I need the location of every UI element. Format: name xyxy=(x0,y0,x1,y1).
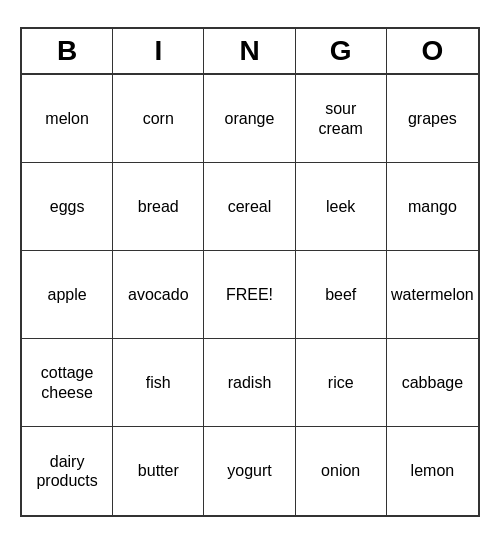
bingo-grid: meloncornorangesour creamgrapeseggsbread… xyxy=(22,75,478,515)
bingo-cell: avocado xyxy=(113,251,204,339)
bingo-cell: leek xyxy=(296,163,387,251)
bingo-cell: sour cream xyxy=(296,75,387,163)
bingo-cell: onion xyxy=(296,427,387,515)
bingo-cell: yogurt xyxy=(204,427,295,515)
bingo-cell: beef xyxy=(296,251,387,339)
bingo-cell: cereal xyxy=(204,163,295,251)
bingo-cell: mango xyxy=(387,163,478,251)
bingo-cell: orange xyxy=(204,75,295,163)
bingo-header: BINGO xyxy=(22,29,478,75)
bingo-card: BINGO meloncornorangesour creamgrapesegg… xyxy=(20,27,480,517)
header-letter: I xyxy=(113,29,204,73)
bingo-cell: rice xyxy=(296,339,387,427)
bingo-cell: cottage cheese xyxy=(22,339,113,427)
bingo-cell: melon xyxy=(22,75,113,163)
bingo-cell: corn xyxy=(113,75,204,163)
bingo-cell: apple xyxy=(22,251,113,339)
bingo-cell: dairy products xyxy=(22,427,113,515)
header-letter: G xyxy=(296,29,387,73)
bingo-cell: watermelon xyxy=(387,251,478,339)
header-letter: O xyxy=(387,29,478,73)
bingo-cell: eggs xyxy=(22,163,113,251)
header-letter: B xyxy=(22,29,113,73)
bingo-cell: fish xyxy=(113,339,204,427)
bingo-cell: cabbage xyxy=(387,339,478,427)
bingo-cell: butter xyxy=(113,427,204,515)
header-letter: N xyxy=(204,29,295,73)
bingo-cell: radish xyxy=(204,339,295,427)
bingo-cell: lemon xyxy=(387,427,478,515)
bingo-cell: grapes xyxy=(387,75,478,163)
bingo-cell: FREE! xyxy=(204,251,295,339)
bingo-cell: bread xyxy=(113,163,204,251)
